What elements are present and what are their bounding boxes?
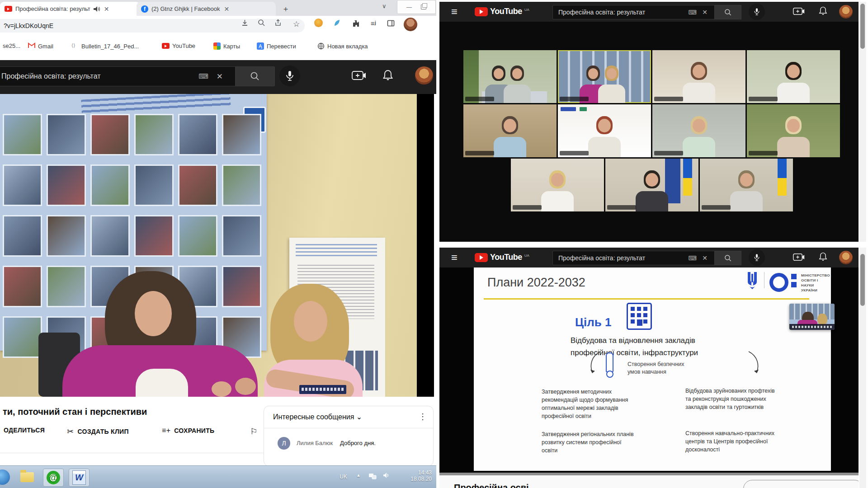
create-video-icon[interactable]	[793, 7, 805, 16]
search-button[interactable]	[714, 251, 741, 265]
conference-tile[interactable]	[700, 159, 793, 211]
search-button[interactable]	[235, 66, 275, 86]
youtube-search-input[interactable]: Професійна освіта: результат ⌨ ✕	[0, 66, 236, 86]
youtube-search-input[interactable]: Професійна освіта: результат ⌨ ✕	[552, 251, 715, 265]
bookmark-item-newtab[interactable]: Новая вкладка	[317, 42, 368, 50]
hamburger-menu-icon[interactable]: ≡	[451, 5, 458, 18]
extension-feather-icon[interactable]	[333, 19, 341, 27]
save-button[interactable]: ≡+ СОХРАНИТЬ	[162, 427, 214, 435]
youtube-search-input[interactable]: Професійна освіта: результат ⌨ ✕	[552, 5, 715, 19]
conference-tile[interactable]	[747, 104, 840, 157]
notifications-bell-icon[interactable]	[818, 252, 828, 262]
participant-face	[787, 65, 800, 78]
tab-close-icon[interactable]: ✕	[104, 5, 109, 13]
new-tab-button[interactable]: ＋	[280, 4, 291, 14]
create-video-icon[interactable]	[352, 70, 366, 81]
translate-icon: Ą	[257, 42, 264, 50]
tab-search-caret-icon[interactable]: ∨	[382, 3, 387, 9]
account-avatar[interactable]	[839, 251, 853, 264]
extensions-puzzle-icon[interactable]	[352, 19, 360, 28]
search-button[interactable]	[714, 5, 741, 19]
clear-search-icon[interactable]: ✕	[702, 9, 708, 16]
chat-author[interactable]: Лилия Балюк	[297, 440, 333, 446]
chat-menu-icon[interactable]: ⋮	[419, 412, 427, 422]
speaker-pip-thumbnail[interactable]	[789, 304, 835, 330]
clear-search-icon[interactable]: ✕	[217, 72, 223, 81]
taskbar-mail-agent[interactable]: @	[43, 469, 64, 487]
account-avatar[interactable]	[839, 5, 853, 19]
conference-tile[interactable]	[511, 159, 604, 211]
bookmark-item-translate[interactable]: Ą Перевести	[257, 42, 296, 50]
conference-tile[interactable]	[652, 104, 745, 157]
chat-avatar[interactable]: Л	[278, 437, 290, 450]
bookmark-item-youtube[interactable]: YouTube	[162, 42, 195, 49]
reading-list-icon[interactable]: ≡ʲ	[371, 19, 376, 27]
video-player-left[interactable]: iS	[0, 94, 434, 397]
bookmark-item-gmail[interactable]: Gmail	[28, 42, 53, 50]
voice-search-icon[interactable]	[749, 4, 765, 20]
bookmark-item-bulletin[interactable]: ⟨⟩ Bulletin_17_46_Ped...	[71, 42, 139, 50]
side-panel-icon[interactable]	[387, 19, 395, 27]
restore-icon[interactable]	[421, 5, 426, 9]
conference-video-player[interactable]	[439, 22, 859, 242]
extension-orange-icon[interactable]	[314, 19, 323, 27]
download-icon[interactable]	[241, 19, 249, 27]
participant-face	[598, 119, 611, 132]
share-button[interactable]: ОДЕЛИТЬСЯ	[4, 427, 45, 434]
voice-search-icon[interactable]	[279, 66, 300, 86]
bookmark-item[interactable]: se25...	[3, 42, 20, 49]
poster-heading	[81, 94, 231, 115]
tab-title: (2) Gtnz Ghjkk | Facebook	[151, 5, 220, 12]
notifications-bell-icon[interactable]	[818, 6, 828, 16]
notifications-bell-icon[interactable]	[382, 69, 394, 82]
slide-video-player[interactable]: Плани 2022-2032 МІНІСТЕРСТВООСВІТИ І НАУ…	[439, 267, 859, 473]
voice-search-icon[interactable]	[749, 249, 765, 266]
chat-filter-dropdown[interactable]: Интересные сообщения ⌄	[273, 413, 362, 421]
participant-face	[504, 119, 516, 132]
keyboard-icon[interactable]: ⌨	[688, 255, 697, 262]
hamburger-menu-icon[interactable]: ≡	[451, 251, 458, 264]
presenter1-face	[135, 291, 172, 336]
network-icon[interactable]	[368, 472, 377, 479]
clock[interactable]: 14:4318.08.20	[410, 469, 432, 482]
language-indicator[interactable]: UK	[340, 474, 347, 480]
subscribe-button-outline[interactable]	[743, 480, 859, 488]
url-text: ?v=jLkxDKoUqnE	[4, 22, 53, 29]
scrollbar-thumb[interactable]	[860, 254, 865, 306]
youtube-logo[interactable]: YouTube UA	[475, 7, 529, 16]
conference-tile[interactable]	[463, 50, 557, 103]
zoom-icon[interactable]	[258, 19, 265, 27]
conference-tile[interactable]	[652, 50, 745, 103]
account-avatar[interactable]	[415, 66, 433, 84]
keyboard-icon[interactable]: ⌨	[198, 72, 208, 80]
wall-photo	[90, 215, 130, 257]
tab-close-icon[interactable]: ✕	[224, 5, 230, 13]
tray-expand-icon[interactable]: ▲	[356, 473, 361, 478]
tab-facebook[interactable]: f (2) Gtnz Ghjkk | Facebook ✕	[137, 2, 276, 16]
conference-tile[interactable]	[605, 159, 698, 211]
create-video-icon[interactable]	[793, 253, 805, 262]
report-flag-icon[interactable]: ⚐	[250, 427, 257, 436]
tab-audio-icon[interactable]	[94, 6, 100, 12]
conference-tile[interactable]	[558, 50, 651, 103]
create-clip-button[interactable]: ✂ СОЗДАТЬ КЛИП	[67, 427, 129, 436]
conference-tile[interactable]	[747, 50, 840, 103]
conference-tile[interactable]	[463, 104, 557, 157]
share-icon[interactable]	[274, 19, 282, 27]
keyboard-icon[interactable]: ⌨	[688, 9, 697, 16]
scrollbar-thumb[interactable]	[860, 4, 865, 49]
taskbar-word[interactable]: W	[69, 469, 90, 487]
bookmark-item-maps[interactable]: Карты	[213, 42, 240, 50]
bookmark-star-icon[interactable]: ☆	[293, 19, 300, 29]
volume-icon[interactable]	[383, 472, 390, 479]
youtube-logo[interactable]: YouTube UA	[475, 253, 529, 262]
at-icon: @	[47, 471, 60, 484]
conference-tile[interactable]	[558, 104, 651, 157]
minimize-icon[interactable]: —	[406, 4, 412, 10]
participant-name-chip	[702, 205, 731, 210]
clear-search-icon[interactable]: ✕	[702, 254, 708, 262]
taskbar-explorer[interactable]	[17, 469, 37, 486]
browser-profile-avatar[interactable]	[404, 18, 417, 31]
start-button[interactable]	[0, 469, 10, 485]
tab-youtube[interactable]: Професійна освіта: результ ✕	[0, 2, 140, 16]
